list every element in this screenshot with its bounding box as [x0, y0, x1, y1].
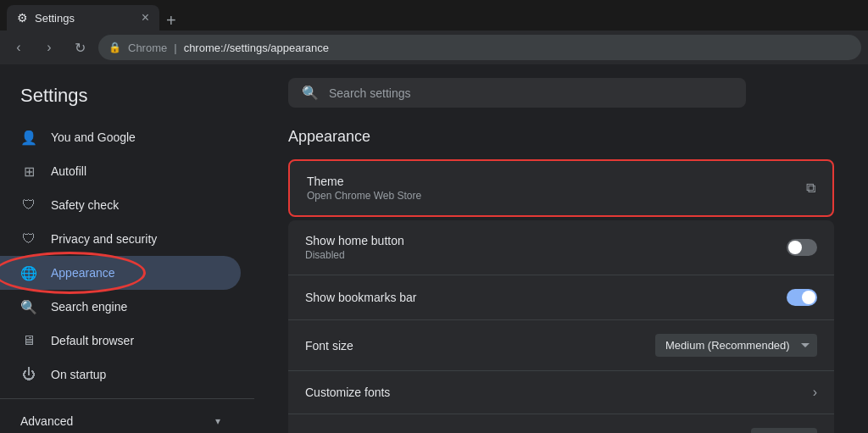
address-bar[interactable]: 🔒 Chrome | chrome://settings/appearance	[98, 35, 861, 60]
font-size-row: Font size Very small Small Medium (Recom…	[288, 320, 834, 371]
search-input[interactable]	[329, 86, 732, 100]
address-path: chrome://settings/appearance	[184, 42, 329, 54]
sidebar-label-privacy-and-security: Privacy and security	[51, 232, 157, 246]
lock-icon: 🔒	[108, 42, 121, 53]
shield-icon: 🛡	[20, 197, 37, 214]
address-separator: |	[174, 42, 176, 54]
show-bookmarks-bar-left: Show bookmarks bar	[305, 291, 417, 304]
toggle-knob-2	[802, 291, 815, 304]
sidebar: Settings 👤 You and Google ⊞ Autofill 🛡 S…	[0, 64, 254, 433]
search-bar[interactable]: 🔍	[288, 78, 746, 108]
show-home-button-toggle[interactable]	[787, 239, 817, 256]
new-tab-button[interactable]: +	[166, 11, 176, 31]
appearance-section: Appearance Theme Open Chrome Web Store ⧉…	[288, 128, 834, 433]
tab-bar: ⚙ Settings × +	[0, 0, 868, 31]
search-bar-container: 🔍	[288, 64, 834, 121]
page-zoom-dropdown[interactable]: 75% 90% 100% 110% 125%	[751, 428, 817, 433]
person-icon: 👤	[20, 129, 37, 146]
tab-title: Settings	[35, 12, 75, 25]
sidebar-label-appearance: Appearance	[51, 266, 115, 280]
sidebar-item-advanced[interactable]: Advanced ▾	[0, 406, 241, 433]
sidebar-title: Settings	[0, 78, 254, 120]
theme-sub: Open Chrome Web Store	[307, 190, 421, 202]
theme-row[interactable]: Theme Open Chrome Web Store ⧉	[288, 159, 834, 217]
search-icon: 🔍	[302, 85, 319, 101]
font-size-label: Font size	[305, 339, 353, 353]
sidebar-item-autofill[interactable]: ⊞ Autofill	[0, 154, 241, 188]
sidebar-label-default-browser: Default browser	[51, 334, 134, 347]
browser-icon: 🖥	[20, 332, 37, 349]
main-content: 🔍 Appearance Theme Open Chrome Web Store…	[254, 64, 868, 433]
nav-bar: ‹ › ↻ 🔒 Chrome | chrome://settings/appea…	[0, 31, 868, 64]
sidebar-item-default-browser[interactable]: 🖥 Default browser	[0, 324, 241, 358]
customize-fonts-row[interactable]: Customize fonts ›	[288, 371, 834, 414]
theme-external-link-icon: ⧉	[806, 180, 815, 196]
sidebar-item-on-startup[interactable]: ⏻ On startup	[0, 358, 241, 391]
privacy-icon: 🛡	[20, 230, 37, 247]
toggle-knob	[788, 241, 802, 254]
sidebar-divider-1	[0, 398, 254, 399]
sidebar-item-safety-check[interactable]: 🛡 Safety check	[0, 188, 241, 222]
show-bookmarks-bar-label: Show bookmarks bar	[305, 291, 417, 304]
chevron-down-icon: ▾	[215, 415, 220, 427]
customize-fonts-label: Customize fonts	[305, 386, 390, 399]
show-home-button-left: Show home button Disabled	[305, 234, 404, 261]
show-home-button-label: Show home button	[305, 234, 404, 247]
sidebar-label-safety-check: Safety check	[51, 198, 119, 212]
reload-button[interactable]: ↻	[68, 36, 92, 59]
sidebar-label-search-engine: Search engine	[51, 300, 127, 314]
sidebar-item-you-and-google[interactable]: 👤 You and Google	[0, 120, 241, 154]
sidebar-label-advanced: Advanced	[20, 414, 73, 428]
sidebar-item-search-engine[interactable]: 🔍 Search engine	[0, 290, 241, 324]
show-bookmarks-bar-toggle[interactable]	[787, 289, 817, 306]
settings-app: Settings 👤 You and Google ⊞ Autofill 🛡 S…	[0, 64, 868, 433]
sidebar-item-privacy-and-security[interactable]: 🛡 Privacy and security	[0, 222, 241, 256]
appearance-section-title: Appearance	[288, 128, 834, 146]
tab-close-button[interactable]: ×	[142, 11, 149, 25]
show-home-button-row: Show home button Disabled	[288, 220, 834, 275]
theme-label: Theme	[307, 175, 421, 188]
search-nav-icon: 🔍	[20, 298, 37, 315]
forward-button[interactable]: ›	[37, 36, 61, 59]
autofill-icon: ⊞	[20, 163, 37, 180]
tab-icon: ⚙	[17, 11, 28, 25]
show-bookmarks-bar-row: Show bookmarks bar	[288, 275, 834, 320]
theme-row-left: Theme Open Chrome Web Store	[307, 175, 421, 202]
startup-icon: ⏻	[20, 366, 37, 383]
globe-icon: 🌐	[20, 264, 37, 281]
show-home-button-sub: Disabled	[305, 249, 404, 261]
address-domain: Chrome	[128, 42, 167, 54]
back-button[interactable]: ‹	[7, 36, 31, 59]
page-zoom-row: Page zoom 75% 90% 100% 110% 125%	[288, 414, 834, 433]
sidebar-item-appearance[interactable]: 🌐 Appearance	[0, 256, 241, 290]
settings-tab[interactable]: ⚙ Settings ×	[7, 5, 159, 31]
chevron-right-icon: ›	[813, 385, 817, 400]
font-size-dropdown[interactable]: Very small Small Medium (Recommended) La…	[655, 334, 817, 357]
sidebar-label-autofill: Autofill	[51, 164, 86, 178]
sidebar-label-you-and-google: You and Google	[51, 130, 136, 144]
sidebar-label-on-startup: On startup	[51, 368, 106, 381]
